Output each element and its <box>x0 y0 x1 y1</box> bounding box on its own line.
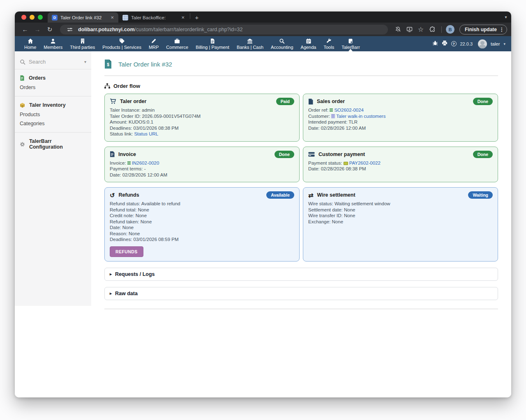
card-line: Payment status: PAY2602-0022 <box>308 160 493 166</box>
invoice-file-icon <box>110 151 115 157</box>
refunds-button[interactable]: REFUNDS <box>110 246 143 257</box>
sidebar-search[interactable]: ▾ <box>15 55 91 69</box>
menu-third-parties[interactable]: Third parties <box>66 36 99 51</box>
site-settings-icon[interactable] <box>65 25 75 34</box>
browser-window: D Taler Order link #32 × Taler Backoffic… <box>15 11 511 397</box>
card-line: Refund taken: None <box>110 219 294 225</box>
payment-icon <box>344 162 348 165</box>
credit-card-icon <box>308 152 315 157</box>
help-icon[interactable]: ? <box>451 41 457 46</box>
payment-ref-link[interactable]: PAY2602-0022 <box>349 161 381 165</box>
install-app-icon[interactable] <box>404 25 414 34</box>
user-name[interactable]: taler <box>491 41 500 46</box>
status-badge: Available <box>266 191 294 199</box>
customer-link[interactable]: Taler walk-in customers <box>336 114 385 119</box>
sidebar-section-orders[interactable]: Orders <box>15 73 91 83</box>
file-icon <box>308 99 313 105</box>
zoom-window-button[interactable] <box>38 15 43 20</box>
back-button[interactable]: ← <box>20 24 30 35</box>
tab-search-chevron-icon[interactable]: ▾ <box>501 11 511 23</box>
card-line: Reason: None <box>110 231 294 237</box>
divider <box>104 309 498 309</box>
file-icon <box>330 108 333 112</box>
profile-avatar[interactable]: B <box>446 25 454 34</box>
card-line: Credit note: None <box>110 213 294 219</box>
sidebar-item-categories[interactable]: Categories <box>15 119 91 128</box>
tab-strip: D Taler Order link #32 × Taler Backoffic… <box>15 11 511 23</box>
menu-products-services[interactable]: Products | Services <box>99 36 145 51</box>
sales-order-ref-link[interactable]: SO2602-0024 <box>334 108 364 112</box>
card-line: Taler Order ID: 2026.059-0001V54TG074M <box>110 113 294 119</box>
forward-button[interactable]: → <box>32 24 43 35</box>
menu-billing-payment[interactable]: Billing | Payment <box>192 36 233 51</box>
browser-menu-dots-icon[interactable]: ⋮ <box>499 27 504 32</box>
close-tab-icon[interactable]: × <box>109 14 115 21</box>
finish-update-button[interactable]: Finish update ⋮ <box>459 25 507 34</box>
order-flow-title: Order flow <box>113 83 140 89</box>
debug-bug-icon[interactable] <box>432 40 438 48</box>
bookmark-star-icon[interactable]: ☆ <box>416 25 426 34</box>
invoice-ref-link[interactable]: IN2602-0020 <box>132 161 159 165</box>
card-line: Invoice: IN2602-0020 <box>110 160 294 166</box>
search-icon <box>20 59 25 65</box>
minimize-window-button[interactable] <box>30 15 35 20</box>
tools-icon <box>326 38 332 44</box>
menu-talerbarr[interactable]: TalerBarr <box>338 36 364 51</box>
user-menu-caret-icon[interactable]: ▾ <box>503 42 505 46</box>
home-icon <box>28 38 33 44</box>
close-window-button[interactable] <box>21 15 26 20</box>
search-dropdown-caret-icon[interactable]: ▾ <box>84 60 86 64</box>
menu-commerce[interactable]: Commerce <box>162 36 192 51</box>
menu-tools[interactable]: Tools <box>320 36 338 51</box>
notifications-blocked-icon[interactable] <box>393 25 403 34</box>
menu-mrp[interactable]: MRP <box>145 36 162 51</box>
status-url-link[interactable]: Status URL <box>134 131 158 136</box>
close-tab-icon[interactable]: × <box>180 14 186 21</box>
print-icon[interactable] <box>442 40 448 48</box>
reload-button[interactable]: ↻ <box>44 24 55 35</box>
sidebar-section-taler-inventory[interactable]: Taler Inventory <box>15 101 91 110</box>
requests-logs-section[interactable]: ▸ Requests / Logs <box>104 268 498 281</box>
browser-tab-active[interactable]: D Taler Order link #32 × <box>48 12 118 23</box>
user-avatar[interactable] <box>478 39 487 48</box>
menu-home[interactable]: Home <box>21 36 40 51</box>
card-line: Payment terms: - <box>110 166 294 172</box>
menu-agenda[interactable]: Agenda <box>297 36 320 51</box>
raw-data-section[interactable]: ▸ Raw data <box>104 287 498 300</box>
menu-banks-cash[interactable]: Banks | Cash <box>233 36 267 51</box>
browser-tab-inactive[interactable]: Taler Backoffice: × <box>118 12 189 23</box>
mrp-icon <box>151 38 157 44</box>
new-tab-button[interactable]: + <box>192 12 202 22</box>
sidebar-item-products[interactable]: Products <box>15 110 91 119</box>
order-flow-cards: Taler order Paid Taler Instance: admin T… <box>104 94 498 262</box>
agenda-icon <box>306 38 311 44</box>
extensions-puzzle-icon[interactable] <box>427 25 437 34</box>
tab-separator <box>190 13 190 19</box>
dolibarr-top-menu: Home Members Third parties Products | Se… <box>15 36 511 51</box>
active-menu-indicator <box>348 49 353 51</box>
dolibarr-favicon: D <box>52 15 58 21</box>
billing-icon <box>210 38 215 44</box>
status-badge: Done <box>473 98 493 105</box>
tab-title: Taler Order link #32 <box>60 15 106 20</box>
card-invoice: Invoice Done Invoice: IN2602-0020 Paymen… <box>104 147 300 183</box>
card-line: Customer: Taler walk-in customers <box>308 113 493 119</box>
address-bar[interactable]: dolibarr.potuzhnyi.com/custom/talerbarr/… <box>60 25 388 34</box>
svg-text:$: $ <box>107 62 109 67</box>
search-input[interactable] <box>29 59 81 65</box>
status-badge: Done <box>473 151 493 158</box>
menu-members[interactable]: Members <box>40 36 66 51</box>
sidebar-section-talerbarr-configuration[interactable]: TalerBarr Configuration <box>15 137 91 152</box>
talerbarr-icon <box>348 38 353 44</box>
collapse-caret-icon: ▸ <box>110 272 112 276</box>
url-path: /custom/talerbarr/talerorderlink_card.ph… <box>135 27 243 32</box>
card-line: Order ref: SO2602-0024 <box>308 107 493 113</box>
card-line: Deadlines: 03/01/2026 08:59 PM <box>110 236 294 243</box>
taler-order-file-dollar-icon: $ <box>104 60 112 69</box>
card-line: Refund total: None <box>110 207 294 213</box>
menu-accounting[interactable]: Accounting <box>267 36 297 51</box>
card-line: Exchange: None <box>308 219 493 225</box>
status-badge: Paid <box>276 98 294 105</box>
browser-toolbar: ← → ↻ dolibarr.potuzhnyi.com/custom/tale… <box>15 23 511 36</box>
sidebar-item-orders[interactable]: Orders <box>15 83 91 92</box>
